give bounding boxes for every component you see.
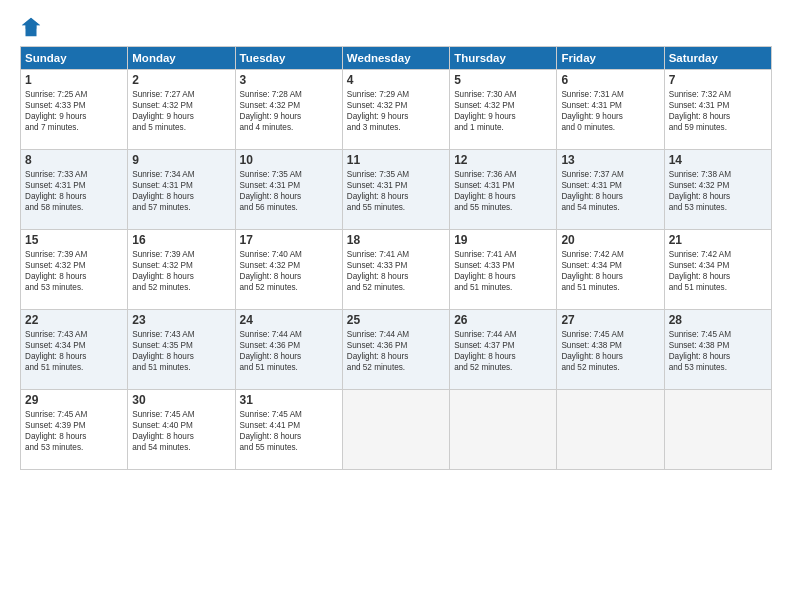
day-number: 12 (454, 153, 552, 167)
header-wednesday: Wednesday (342, 47, 449, 70)
cell-info: Sunrise: 7:45 AMSunset: 4:40 PMDaylight:… (132, 409, 230, 453)
day-number: 26 (454, 313, 552, 327)
calendar-cell: 23Sunrise: 7:43 AMSunset: 4:35 PMDayligh… (128, 310, 235, 390)
day-number: 8 (25, 153, 123, 167)
day-number: 18 (347, 233, 445, 247)
cell-info: Sunrise: 7:33 AMSunset: 4:31 PMDaylight:… (25, 169, 123, 213)
day-number: 21 (669, 233, 767, 247)
calendar-cell: 10Sunrise: 7:35 AMSunset: 4:31 PMDayligh… (235, 150, 342, 230)
day-number: 4 (347, 73, 445, 87)
calendar-cell: 4Sunrise: 7:29 AMSunset: 4:32 PMDaylight… (342, 70, 449, 150)
day-number: 23 (132, 313, 230, 327)
cell-info: Sunrise: 7:29 AMSunset: 4:32 PMDaylight:… (347, 89, 445, 133)
cell-info: Sunrise: 7:44 AMSunset: 4:36 PMDaylight:… (240, 329, 338, 373)
calendar-cell: 20Sunrise: 7:42 AMSunset: 4:34 PMDayligh… (557, 230, 664, 310)
day-number: 5 (454, 73, 552, 87)
cell-info: Sunrise: 7:44 AMSunset: 4:37 PMDaylight:… (454, 329, 552, 373)
cell-info: Sunrise: 7:44 AMSunset: 4:36 PMDaylight:… (347, 329, 445, 373)
day-number: 2 (132, 73, 230, 87)
header-thursday: Thursday (450, 47, 557, 70)
calendar-cell: 24Sunrise: 7:44 AMSunset: 4:36 PMDayligh… (235, 310, 342, 390)
cell-info: Sunrise: 7:27 AMSunset: 4:32 PMDaylight:… (132, 89, 230, 133)
day-number: 1 (25, 73, 123, 87)
cell-info: Sunrise: 7:43 AMSunset: 4:34 PMDaylight:… (25, 329, 123, 373)
calendar-cell: 2Sunrise: 7:27 AMSunset: 4:32 PMDaylight… (128, 70, 235, 150)
calendar-cell: 27Sunrise: 7:45 AMSunset: 4:38 PMDayligh… (557, 310, 664, 390)
svg-marker-1 (22, 18, 40, 29)
day-number: 28 (669, 313, 767, 327)
day-number: 16 (132, 233, 230, 247)
day-number: 13 (561, 153, 659, 167)
header-tuesday: Tuesday (235, 47, 342, 70)
day-number: 31 (240, 393, 338, 407)
calendar-cell: 28Sunrise: 7:45 AMSunset: 4:38 PMDayligh… (664, 310, 771, 390)
day-number: 25 (347, 313, 445, 327)
day-number: 10 (240, 153, 338, 167)
calendar-cell: 17Sunrise: 7:40 AMSunset: 4:32 PMDayligh… (235, 230, 342, 310)
day-number: 15 (25, 233, 123, 247)
cell-info: Sunrise: 7:41 AMSunset: 4:33 PMDaylight:… (347, 249, 445, 293)
calendar-body: 1Sunrise: 7:25 AMSunset: 4:33 PMDaylight… (21, 70, 772, 470)
day-number: 29 (25, 393, 123, 407)
calendar-cell: 8Sunrise: 7:33 AMSunset: 4:31 PMDaylight… (21, 150, 128, 230)
day-number: 22 (25, 313, 123, 327)
calendar-cell: 12Sunrise: 7:36 AMSunset: 4:31 PMDayligh… (450, 150, 557, 230)
cell-info: Sunrise: 7:35 AMSunset: 4:31 PMDaylight:… (240, 169, 338, 213)
calendar-cell: 21Sunrise: 7:42 AMSunset: 4:34 PMDayligh… (664, 230, 771, 310)
cell-info: Sunrise: 7:36 AMSunset: 4:31 PMDaylight:… (454, 169, 552, 213)
calendar-cell: 22Sunrise: 7:43 AMSunset: 4:34 PMDayligh… (21, 310, 128, 390)
day-number: 30 (132, 393, 230, 407)
logo (20, 16, 46, 38)
cell-info: Sunrise: 7:41 AMSunset: 4:33 PMDaylight:… (454, 249, 552, 293)
calendar-table: SundayMondayTuesdayWednesdayThursdayFrid… (20, 46, 772, 470)
calendar-cell: 15Sunrise: 7:39 AMSunset: 4:32 PMDayligh… (21, 230, 128, 310)
day-number: 27 (561, 313, 659, 327)
header-row: SundayMondayTuesdayWednesdayThursdayFrid… (21, 47, 772, 70)
header-friday: Friday (557, 47, 664, 70)
calendar-cell: 5Sunrise: 7:30 AMSunset: 4:32 PMDaylight… (450, 70, 557, 150)
calendar-cell: 18Sunrise: 7:41 AMSunset: 4:33 PMDayligh… (342, 230, 449, 310)
cell-info: Sunrise: 7:45 AMSunset: 4:39 PMDaylight:… (25, 409, 123, 453)
cell-info: Sunrise: 7:45 AMSunset: 4:41 PMDaylight:… (240, 409, 338, 453)
calendar-cell: 6Sunrise: 7:31 AMSunset: 4:31 PMDaylight… (557, 70, 664, 150)
header-sunday: Sunday (21, 47, 128, 70)
cell-info: Sunrise: 7:28 AMSunset: 4:32 PMDaylight:… (240, 89, 338, 133)
calendar-cell: 11Sunrise: 7:35 AMSunset: 4:31 PMDayligh… (342, 150, 449, 230)
week-row-1: 1Sunrise: 7:25 AMSunset: 4:33 PMDaylight… (21, 70, 772, 150)
cell-info: Sunrise: 7:40 AMSunset: 4:32 PMDaylight:… (240, 249, 338, 293)
logo-icon (20, 16, 42, 38)
cell-info: Sunrise: 7:38 AMSunset: 4:32 PMDaylight:… (669, 169, 767, 213)
calendar-cell (342, 390, 449, 470)
day-number: 20 (561, 233, 659, 247)
calendar-cell (664, 390, 771, 470)
cell-info: Sunrise: 7:30 AMSunset: 4:32 PMDaylight:… (454, 89, 552, 133)
week-row-5: 29Sunrise: 7:45 AMSunset: 4:39 PMDayligh… (21, 390, 772, 470)
cell-info: Sunrise: 7:25 AMSunset: 4:33 PMDaylight:… (25, 89, 123, 133)
day-number: 11 (347, 153, 445, 167)
week-row-4: 22Sunrise: 7:43 AMSunset: 4:34 PMDayligh… (21, 310, 772, 390)
day-number: 7 (669, 73, 767, 87)
calendar-cell: 31Sunrise: 7:45 AMSunset: 4:41 PMDayligh… (235, 390, 342, 470)
day-number: 6 (561, 73, 659, 87)
header-monday: Monday (128, 47, 235, 70)
calendar-cell: 26Sunrise: 7:44 AMSunset: 4:37 PMDayligh… (450, 310, 557, 390)
calendar-cell: 14Sunrise: 7:38 AMSunset: 4:32 PMDayligh… (664, 150, 771, 230)
cell-info: Sunrise: 7:34 AMSunset: 4:31 PMDaylight:… (132, 169, 230, 213)
header-saturday: Saturday (664, 47, 771, 70)
calendar-header: SundayMondayTuesdayWednesdayThursdayFrid… (21, 47, 772, 70)
calendar-cell: 7Sunrise: 7:32 AMSunset: 4:31 PMDaylight… (664, 70, 771, 150)
calendar-cell: 19Sunrise: 7:41 AMSunset: 4:33 PMDayligh… (450, 230, 557, 310)
day-number: 3 (240, 73, 338, 87)
calendar-cell: 3Sunrise: 7:28 AMSunset: 4:32 PMDaylight… (235, 70, 342, 150)
cell-info: Sunrise: 7:31 AMSunset: 4:31 PMDaylight:… (561, 89, 659, 133)
calendar-cell: 16Sunrise: 7:39 AMSunset: 4:32 PMDayligh… (128, 230, 235, 310)
calendar-cell (450, 390, 557, 470)
cell-info: Sunrise: 7:39 AMSunset: 4:32 PMDaylight:… (132, 249, 230, 293)
page: SundayMondayTuesdayWednesdayThursdayFrid… (0, 0, 792, 612)
day-number: 17 (240, 233, 338, 247)
cell-info: Sunrise: 7:43 AMSunset: 4:35 PMDaylight:… (132, 329, 230, 373)
cell-info: Sunrise: 7:32 AMSunset: 4:31 PMDaylight:… (669, 89, 767, 133)
calendar-cell: 9Sunrise: 7:34 AMSunset: 4:31 PMDaylight… (128, 150, 235, 230)
cell-info: Sunrise: 7:35 AMSunset: 4:31 PMDaylight:… (347, 169, 445, 213)
day-number: 14 (669, 153, 767, 167)
